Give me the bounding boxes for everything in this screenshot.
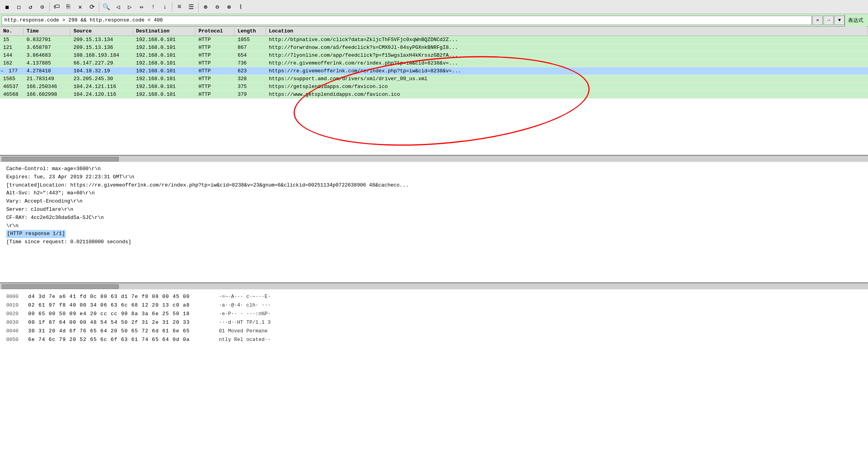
filter-label[interactable]: 表达式 (845, 14, 866, 27)
zoom-reset-icon[interactable]: ⊗ (224, 2, 234, 13)
table-cell: 328 (234, 75, 266, 83)
hex-offset: 0000 (6, 292, 25, 301)
col-no: No. (0, 27, 23, 35)
refresh-icon[interactable]: ⟳ (86, 2, 97, 13)
detail-lines: Cache-Control: max-age=3600\r\nExpires: … (6, 165, 862, 246)
table-cell: 3.864683 (23, 52, 70, 59)
hex-row: 001002 61 97 f8 40 00 34 06 63 6c 68 12 … (6, 301, 862, 310)
detail-line: Alt-Svc: h2=":443"; ma=60\r\n (6, 189, 862, 197)
reload-icon[interactable]: ↺ (25, 2, 36, 13)
detail-panel-scrollbar[interactable] (0, 283, 868, 289)
table-cell: 104.18.32.19 (70, 67, 133, 75)
packet-list-header: No. Time Source Destination Protocol Len… (0, 27, 868, 36)
hex-offset: 0040 (6, 327, 25, 335)
filter-input[interactable] (2, 16, 812, 25)
table-cell: 379 (234, 91, 266, 98)
table-cell: 4.278410 (23, 67, 70, 75)
detail-line: [truncated]Location: https://re.givemeof… (6, 181, 862, 190)
col-location: Location (266, 27, 868, 35)
options-icon[interactable]: ⊙ (37, 2, 48, 13)
table-cell: →177 (0, 67, 23, 75)
forward-icon[interactable]: ▷ (124, 2, 135, 13)
table-cell: 46568 (0, 91, 23, 98)
detail-line: [HTTP response 1/1] (6, 230, 862, 238)
sep3 (172, 2, 172, 12)
table-row[interactable]: 46537166.250346104.24.121.116192.168.0.1… (0, 83, 868, 91)
table-cell: https://re.givemeofferlnk.com/re/index.p… (266, 67, 868, 75)
table-cell: 192.168.0.101 (133, 75, 195, 83)
table-cell: 162 (0, 59, 23, 67)
hex-ascii: 01 Moved Permane (219, 327, 268, 335)
filter-dropdown-btn[interactable]: ▼ (834, 16, 845, 25)
table-cell: 192.168.0.101 (133, 91, 195, 98)
table-cell: http://7lyonline.com/app/feedclick?p=f1S… (266, 52, 868, 59)
table-cell: 121 (0, 44, 23, 51)
list1-icon[interactable]: ≡ (174, 2, 185, 13)
packet-list-scrollbar[interactable] (0, 156, 868, 162)
zoom-out-icon[interactable]: ⊖ (212, 2, 223, 13)
table-cell: https://www.getsplendidapps.com/favicon.… (266, 91, 868, 98)
table-cell: 192.168.0.101 (133, 67, 195, 75)
table-cell: 623 (234, 67, 266, 75)
up-icon[interactable]: ↑ (148, 2, 159, 13)
table-cell: HTTP (195, 52, 234, 59)
detail-scrollbar-thumb[interactable] (2, 284, 119, 289)
filter-clear-btn[interactable]: ✕ (813, 16, 823, 25)
down-icon[interactable]: ↓ (159, 2, 170, 13)
hex-offset: 0030 (6, 318, 25, 327)
hex-panel: 0000d4 3d 7e a6 41 fd 0c 80 63 d1 7e f8 … (0, 289, 868, 470)
copy-icon[interactable]: ⎘ (63, 2, 74, 13)
open-icon[interactable]: ◻ (13, 2, 24, 13)
back-icon[interactable]: ◁ (113, 2, 123, 13)
detail-line: \r\n (6, 222, 862, 230)
table-cell: 15 (0, 36, 23, 43)
col-destination: Destination (133, 27, 195, 35)
sep4 (198, 2, 199, 12)
table-cell: 166.682998 (23, 91, 70, 98)
graph-icon[interactable]: ⌇ (235, 2, 246, 13)
fit-icon[interactable]: ⇔ (136, 2, 147, 13)
table-cell: 21.783149 (23, 75, 70, 83)
table-cell: 736 (234, 59, 266, 67)
new-icon[interactable]: ◼ (2, 2, 13, 13)
table-cell: 1565 (0, 75, 23, 83)
table-cell: 654 (234, 52, 266, 59)
table-cell: 192.168.0.101 (133, 44, 195, 51)
table-cell: 192.168.0.101 (133, 36, 195, 43)
list2-icon[interactable]: ☰ (186, 2, 197, 13)
table-row[interactable]: 1443.864683108.168.193.184192.168.0.101H… (0, 52, 868, 59)
table-row[interactable]: 1624.13788566.147.227.29192.168.0.101HTT… (0, 59, 868, 67)
hex-bytes: 6e 74 6c 79 20 52 65 6c 6f 63 61 74 65 6… (28, 335, 216, 344)
table-cell: HTTP (195, 44, 234, 51)
table-cell: 375 (234, 83, 266, 90)
table-cell: 4.137885 (23, 59, 70, 67)
hex-rows: 0000d4 3d 7e a6 41 fd 0c 80 63 d1 7e f8 … (6, 292, 862, 344)
hex-ascii: ·e·P·· · ···:n%P· (219, 310, 271, 318)
hex-bytes: 00 65 00 50 09 e4 20 cc cc 90 8a 3a 6e 2… (28, 310, 216, 318)
table-cell: http://btpnative.com/click?data=ZkljcThF… (266, 36, 868, 43)
x-icon[interactable]: ✕ (75, 2, 86, 13)
table-row[interactable]: 156521.78314923.205.245.30192.168.0.101H… (0, 75, 868, 83)
zoom-in-icon[interactable]: 🔍 (101, 2, 112, 13)
filter-right-btn[interactable]: → (823, 16, 834, 25)
table-cell: 108.168.193.184 (70, 52, 133, 59)
hex-bytes: 30 31 20 4d 6f 76 65 64 20 50 65 72 6d 6… (28, 327, 216, 335)
table-cell: https://support.amd.com/drivers/xml/driv… (266, 75, 868, 83)
table-row[interactable]: 150.832701209.15.13.134192.168.0.101HTTP… (0, 36, 868, 44)
filter-bar: ✕ → ▼ 表达式 (0, 14, 868, 27)
bookmark-icon[interactable]: 🏷 (51, 2, 62, 13)
table-row[interactable]: 1213.658787209.15.13.136192.168.0.101HTT… (0, 44, 868, 52)
table-cell: 192.168.0.101 (133, 59, 195, 67)
hex-row: 0000d4 3d 7e a6 41 fd 0c 80 63 d1 7e f8 … (6, 292, 862, 301)
table-cell: 104.24.121.116 (70, 83, 133, 90)
table-row[interactable]: 46568166.682998104.24.120.116192.168.0.1… (0, 91, 868, 99)
zoom-in2-icon[interactable]: ⊕ (200, 2, 211, 13)
table-cell: 166.250346 (23, 83, 70, 90)
table-cell: HTTP (195, 36, 234, 43)
scrollbar-thumb[interactable] (2, 157, 119, 161)
table-row[interactable]: →1774.278410104.18.32.19192.168.0.101HTT… (0, 67, 868, 75)
hex-bytes: 02 61 97 f8 40 00 34 06 63 6c 68 12 20 1… (28, 301, 216, 310)
hex-offset: 0010 (6, 301, 25, 310)
table-cell: HTTP (195, 91, 234, 98)
col-protocol: Protocol (195, 27, 234, 35)
